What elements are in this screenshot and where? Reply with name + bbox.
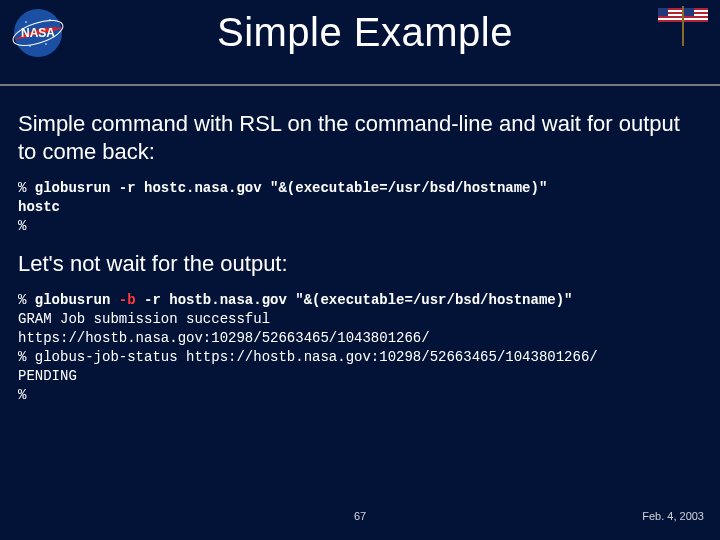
code-line: % globusrun -b -r hostb.nasa.gov "&(exec… <box>18 292 573 308</box>
slide-header: NASA <box>0 0 720 86</box>
paragraph-2: Let's not wait for the output: <box>18 250 702 278</box>
svg-rect-15 <box>658 8 668 16</box>
slide: NASA <box>0 0 720 540</box>
code-line: % <box>18 387 26 403</box>
footer-date: Feb. 4, 2003 <box>642 510 704 522</box>
page-number: 67 <box>354 510 366 522</box>
svg-point-4 <box>49 19 51 21</box>
svg-rect-7 <box>682 6 684 46</box>
code-line: % globusrun -r hostc.nasa.gov "&(executa… <box>18 180 547 196</box>
svg-rect-23 <box>684 8 694 16</box>
slide-footer: 67 Feb. 4, 2003 <box>0 510 720 530</box>
paragraph-1: Simple command with RSL on the command-l… <box>18 110 702 165</box>
slide-body: Simple command with RSL on the command-l… <box>0 86 720 405</box>
svg-text:NASA: NASA <box>21 26 55 40</box>
nasa-logo-icon: NASA <box>6 6 70 60</box>
code-line: GRAM Job submission successful <box>18 311 270 327</box>
svg-rect-14 <box>658 20 682 22</box>
divider <box>0 84 720 86</box>
us-flag-icon <box>658 6 710 46</box>
code-line: % globus-job-status https://hostb.nasa.g… <box>18 349 598 365</box>
code-block-1: % globusrun -r hostc.nasa.gov "&(executa… <box>18 179 702 236</box>
code-line: https://hostb.nasa.gov:10298/52663465/10… <box>18 330 430 346</box>
svg-rect-12 <box>658 16 682 18</box>
code-line: % <box>18 218 26 234</box>
svg-point-3 <box>25 21 27 23</box>
code-block-2: % globusrun -b -r hostb.nasa.gov "&(exec… <box>18 291 702 404</box>
svg-rect-20 <box>684 16 708 18</box>
svg-point-6 <box>29 45 31 47</box>
code-line: PENDING <box>18 368 77 384</box>
svg-point-5 <box>45 43 47 45</box>
svg-rect-13 <box>658 18 682 20</box>
slide-title: Simple Example <box>90 10 640 55</box>
code-line: hostc <box>18 199 60 215</box>
svg-rect-22 <box>684 20 708 22</box>
svg-rect-21 <box>684 18 708 20</box>
